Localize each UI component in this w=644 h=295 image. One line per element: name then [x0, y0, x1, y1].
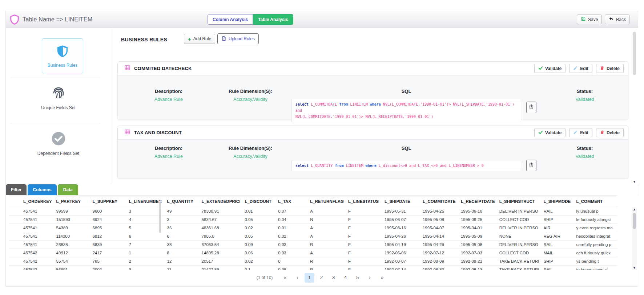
sidebar-item-business-rules[interactable]: Business Rules	[42, 38, 83, 73]
table-cell: 0.02	[242, 257, 276, 266]
tab-column-analysis[interactable]: Column Analysis	[208, 14, 253, 25]
column-header-l_extendedprici[interactable]: L_EXTENDEDPRICI	[200, 196, 243, 207]
table-cell: 2417	[90, 249, 127, 257]
table-cell: 6895	[90, 224, 127, 232]
table-row: 45754255754765212205170.020RF1992-08-071…	[9, 257, 617, 266]
save-button[interactable]: Save	[577, 15, 602, 24]
table-cell: NONE	[497, 232, 542, 241]
table-cell: 1992-08-09	[420, 257, 459, 266]
table-cell: 1995-04-07	[420, 224, 459, 232]
scrollbar-thumb[interactable]	[633, 213, 636, 229]
sidebar-item-unique-fields-set[interactable]: Unique Fields Set	[6, 85, 111, 110]
table-cell: 0	[276, 257, 308, 266]
status-value: Validated	[547, 97, 623, 102]
rule-name: COMMITED DATECHECK	[134, 66, 192, 71]
app-header: Table Name => LINEITEM Column Analysis T…	[6, 11, 638, 28]
tab-table-analysis[interactable]: Table Analysis	[253, 14, 293, 25]
delete-label: Delete	[607, 66, 620, 71]
table-cell: REG AIR	[541, 232, 574, 241]
table-cell: 457541	[9, 232, 54, 241]
data-panel-tabs: Filter Columns Data	[6, 184, 78, 195]
vertical-scrollbar[interactable]: ▼	[632, 29, 637, 184]
column-header-l_partkey[interactable]: L_PARTKEY	[54, 196, 90, 207]
table-cell: RAIL	[541, 266, 574, 270]
edit-label: Edit	[580, 130, 588, 135]
delete-button[interactable]: Delete	[596, 128, 624, 137]
table-row: 4575411143006812667885.80.050.02AF1995-0…	[9, 232, 617, 241]
pencil-icon	[573, 66, 578, 71]
edit-button[interactable]: Edit	[569, 128, 592, 137]
page-button-2[interactable]: 2	[317, 273, 326, 283]
delete-button[interactable]: Delete	[596, 64, 624, 73]
column-header-l_comment[interactable]: L_COMMENT	[574, 196, 617, 207]
table-cell: AIR	[541, 224, 574, 232]
table-cell: F	[346, 249, 382, 257]
table-cell: A	[308, 232, 346, 241]
back-button-label: Back	[616, 17, 626, 22]
column-header-l_shipinstruct[interactable]: L_SHIPINSTRUCT	[497, 196, 542, 207]
inner-scrollbar-thumb[interactable]	[159, 200, 161, 233]
scroll-down-arrow-icon[interactable]: ▼	[632, 266, 637, 270]
page-button-1[interactable]: 1	[305, 273, 314, 283]
last-page-button[interactable]: »	[377, 273, 387, 283]
tab-columns[interactable]: Columns	[28, 184, 56, 195]
column-header-l_shipmode[interactable]: L_SHIPMODE	[541, 196, 574, 207]
tab-filter[interactable]: Filter	[6, 184, 27, 195]
upload-rules-button[interactable]: Upload Rules	[217, 33, 259, 44]
table-cell: 0.04	[276, 216, 308, 224]
column-header-l_shipdate[interactable]: L_SHIPDATE	[382, 196, 420, 207]
table-cell: 78330.91	[200, 207, 243, 216]
column-header-l_linestatus[interactable]: L_LINESTATUS	[346, 196, 382, 207]
back-button[interactable]: Back	[605, 15, 630, 24]
page-button-5[interactable]: 5	[353, 273, 362, 283]
next-page-button[interactable]: ›	[365, 273, 375, 283]
table-cell: 0.08	[276, 266, 308, 270]
sql-label: SQL	[291, 89, 521, 94]
scrollbar-thumb[interactable]	[633, 32, 636, 75]
table-cell: 36	[165, 224, 200, 232]
add-rule-button[interactable]: + Add Rule	[184, 34, 215, 44]
page-button-4[interactable]: 4	[341, 273, 350, 283]
scroll-down-arrow-icon[interactable]: ▼	[632, 180, 637, 184]
description-value: Advance Rule	[138, 97, 200, 102]
sidebar-divider	[10, 123, 100, 123]
table-cell: 0.01	[276, 224, 308, 232]
column-header-l_quantity[interactable]: L_QUANTITY	[165, 196, 200, 207]
copy-sql-button[interactable]	[526, 102, 536, 113]
copy-sql-button[interactable]	[526, 160, 536, 171]
sidebar-item-dependent-fields-set[interactable]: Dependent Fields Set	[6, 131, 111, 156]
table-cell: R	[308, 257, 346, 266]
validate-button[interactable]: Validate	[534, 64, 565, 73]
column-header-l_orderkey[interactable]: L_ORDERKEY	[9, 196, 54, 207]
column-header-l_tax[interactable]: L_TAX	[276, 196, 308, 207]
table-cell: 457541	[9, 224, 54, 232]
add-rule-label: Add Rule	[193, 36, 211, 41]
data-table-container: L_ORDERKEYL_PARTKEYL_SUPPKEYL_LINENUMBER…	[6, 195, 639, 270]
page-button-3[interactable]: 3	[329, 273, 338, 283]
table-cell: 1995-04-19	[382, 241, 420, 249]
upload-file-icon	[221, 36, 226, 42]
column-header-l_commitdate[interactable]: L_COMMITDATE	[420, 196, 459, 207]
edit-button[interactable]: Edit	[569, 64, 592, 73]
table-cell: y even requests ma	[574, 224, 617, 232]
page-buttons: 12345	[305, 273, 362, 283]
column-header-l_receiptdate[interactable]: L_RECEIPTDATE	[459, 196, 497, 207]
column-header-l_returnflag[interactable]: L_RETURNFLAG	[308, 196, 346, 207]
column-header-l_discount[interactable]: L_DISCOUNT	[242, 196, 276, 207]
tab-data[interactable]: Data	[58, 184, 78, 195]
rule-actions: Validate Edit Delete	[534, 64, 624, 73]
rule-actions: Validate Edit Delete	[534, 128, 624, 137]
table-cell: 54389	[54, 224, 90, 232]
table-cell: 1992-08-07	[382, 257, 420, 266]
table-cell: N	[308, 216, 346, 224]
sql-label: SQL	[291, 146, 521, 151]
scroll-up-arrow-icon[interactable]: ▲	[632, 208, 637, 211]
validate-button[interactable]: Validate	[534, 128, 565, 137]
edit-label: Edit	[580, 66, 588, 71]
column-header-l_suppkey[interactable]: L_SUPPKEY	[90, 196, 127, 207]
table-vertical-scrollbar[interactable]: ▲ ▼	[632, 207, 637, 270]
table-cell: 1995-06-25	[459, 216, 497, 224]
first-page-button[interactable]: «	[280, 273, 290, 283]
table-cell: 49	[165, 207, 200, 216]
previous-page-button[interactable]: ‹	[292, 273, 302, 283]
